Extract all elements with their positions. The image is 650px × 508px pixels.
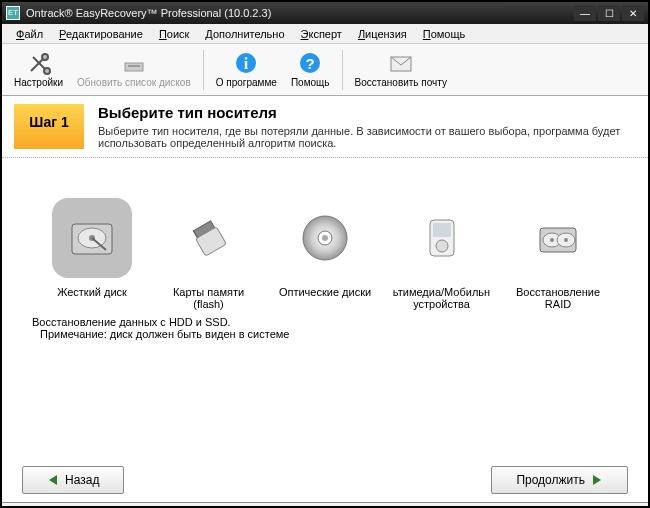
storage-label: Оптические диски: [275, 286, 375, 298]
storage-flash[interactable]: Карты памяти (flash): [159, 198, 259, 310]
menu-file[interactable]: Файл: [8, 26, 51, 42]
svg-point-22: [436, 240, 448, 252]
menu-expert[interactable]: Эксперт: [293, 26, 350, 42]
svg-point-3: [44, 68, 50, 74]
settings-button[interactable]: Настройки: [8, 49, 69, 90]
optical-icon: [285, 198, 365, 278]
recover-mail-button[interactable]: Восстановить почту: [349, 49, 453, 90]
minimize-button[interactable]: —: [574, 5, 596, 21]
storage-raid[interactable]: Восстановление RAID: [508, 198, 608, 310]
svg-point-27: [564, 238, 568, 242]
disk-refresh-icon: [122, 51, 146, 75]
arrow-left-icon: [47, 474, 59, 486]
refresh-disks-label: Обновить список дисков: [77, 77, 191, 88]
window-title: Ontrack® EasyRecovery™ Professional (10.…: [26, 7, 271, 19]
step-subtitle: Выберите тип носителя, где вы потеряли д…: [98, 125, 636, 149]
navigation-row: Назад Продолжить: [2, 466, 648, 502]
toolbar-separator: [342, 50, 343, 90]
svg-point-2: [42, 54, 48, 60]
next-label: Продолжить: [516, 473, 585, 487]
app-icon: ET: [6, 6, 20, 20]
title-bar: ET Ontrack® EasyRecovery™ Professional (…: [2, 2, 648, 24]
settings-icon: [27, 51, 51, 75]
storage-multimedia[interactable]: ьтимедиа/Мобильн устройства: [392, 198, 492, 310]
help-button[interactable]: ? Помощь: [285, 49, 336, 90]
window-controls: — ☐ ✕: [574, 5, 644, 21]
arrow-right-icon: [591, 474, 603, 486]
toolbar: Настройки Обновить список дисков i О про…: [2, 44, 648, 96]
menu-license[interactable]: Лицензия: [350, 26, 415, 42]
help-label: Помощь: [291, 77, 330, 88]
content-area: Жесткий диск Карты памяти (flash) Оптиче…: [2, 158, 648, 356]
close-button[interactable]: ✕: [622, 5, 644, 21]
storage-hdd[interactable]: Жесткий диск: [42, 198, 142, 310]
recover-mail-label: Восстановить почту: [355, 77, 447, 88]
storage-options: Жесткий диск Карты памяти (flash) Оптиче…: [12, 198, 638, 310]
step-badge: Шаг 1: [14, 104, 84, 149]
svg-point-26: [550, 238, 554, 242]
svg-text:i: i: [244, 55, 249, 72]
menu-advanced[interactable]: Дополнительно: [197, 26, 292, 42]
maximize-button[interactable]: ☐: [598, 5, 620, 21]
svg-point-19: [322, 235, 328, 241]
status-bar: Свободно памяти (RAM): 91,82M из 447,48M…: [2, 502, 648, 508]
storage-label: Восстановление RAID: [508, 286, 608, 310]
svg-text:?: ?: [306, 55, 315, 72]
settings-label: Настройки: [14, 77, 63, 88]
menu-search[interactable]: Поиск: [151, 26, 197, 42]
storage-label: Карты памяти (flash): [159, 286, 259, 310]
info-icon: i: [234, 51, 258, 75]
mail-icon: [389, 51, 413, 75]
desc-line1: Восстановление данных с HDD и SSD.: [32, 316, 618, 328]
refresh-disks-button: Обновить список дисков: [71, 49, 197, 90]
hdd-icon: [52, 198, 132, 278]
svg-rect-5: [128, 65, 140, 67]
step-header: Шаг 1 Выберите тип носителя Выберите тип…: [2, 96, 648, 158]
selection-description: Восстановление данных с HDD и SSD. Приме…: [12, 310, 638, 346]
help-icon: ?: [298, 51, 322, 75]
about-button[interactable]: i О программе: [210, 49, 283, 90]
desc-line2: Примечание: диск должен быть виден в сис…: [32, 328, 618, 340]
svg-rect-21: [433, 223, 451, 237]
flash-icon: [169, 198, 249, 278]
menu-help[interactable]: Помощь: [415, 26, 474, 42]
svg-marker-28: [49, 475, 57, 485]
back-button[interactable]: Назад: [22, 466, 124, 494]
storage-optical[interactable]: Оптические диски: [275, 198, 375, 310]
menu-edit[interactable]: Редактирование: [51, 26, 151, 42]
multimedia-icon: [402, 198, 482, 278]
menu-bar: Файл Редактирование Поиск Дополнительно …: [2, 24, 648, 44]
step-title: Выберите тип носителя: [98, 104, 636, 121]
svg-marker-29: [593, 475, 601, 485]
back-label: Назад: [65, 473, 99, 487]
about-label: О программе: [216, 77, 277, 88]
raid-icon: [518, 198, 598, 278]
storage-label: ьтимедиа/Мобильн устройства: [392, 286, 492, 310]
toolbar-separator: [203, 50, 204, 90]
storage-label: Жесткий диск: [42, 286, 142, 298]
next-button[interactable]: Продолжить: [491, 466, 628, 494]
